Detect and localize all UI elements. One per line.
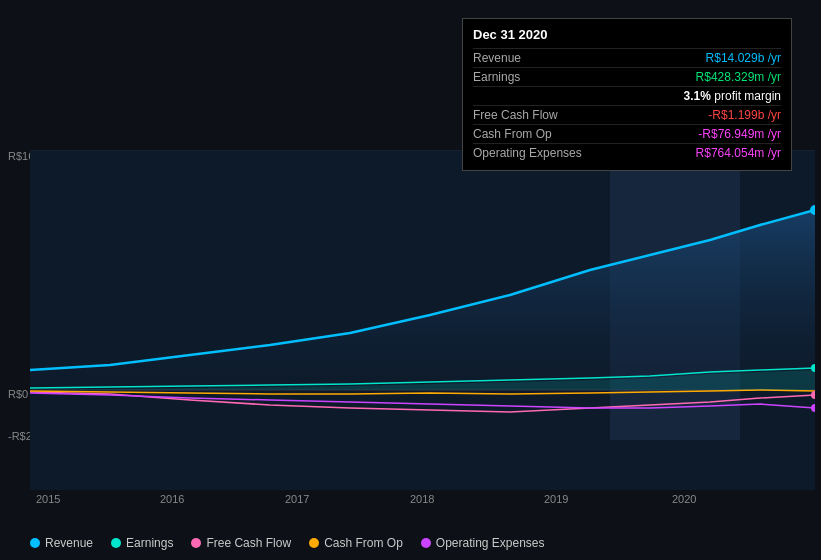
y-axis-mid: R$0 <box>8 388 28 400</box>
legend-item-opex[interactable]: Operating Expenses <box>421 536 545 550</box>
legend-label-cashfromop: Cash From Op <box>324 536 403 550</box>
legend-label-revenue: Revenue <box>45 536 93 550</box>
legend-dot-opex <box>421 538 431 548</box>
tooltip-row-opex: Operating Expenses R$764.054m /yr <box>473 143 781 162</box>
x-label-2015: 2015 <box>36 493 60 505</box>
tooltip-value-revenue: R$14.029b /yr <box>706 51 781 65</box>
x-label-2019: 2019 <box>544 493 568 505</box>
legend-label-fcf: Free Cash Flow <box>206 536 291 550</box>
tooltip-card: Dec 31 2020 Revenue R$14.029b /yr Earnin… <box>462 18 792 171</box>
legend-label-earnings: Earnings <box>126 536 173 550</box>
legend-item-revenue[interactable]: Revenue <box>30 536 93 550</box>
legend-item-earnings[interactable]: Earnings <box>111 536 173 550</box>
tooltip-label-earnings: Earnings <box>473 70 593 84</box>
tooltip-label-cashfromop: Cash From Op <box>473 127 593 141</box>
tooltip-value-fcf: -R$1.199b /yr <box>708 108 781 122</box>
legend-dot-fcf <box>191 538 201 548</box>
tooltip-label-fcf: Free Cash Flow <box>473 108 593 122</box>
legend-item-cashfromop[interactable]: Cash From Op <box>309 536 403 550</box>
legend-item-fcf[interactable]: Free Cash Flow <box>191 536 291 550</box>
tooltip-value-cashfromop: -R$76.949m /yr <box>698 127 781 141</box>
tooltip-title: Dec 31 2020 <box>473 27 781 42</box>
chart-container: Dec 31 2020 Revenue R$14.029b /yr Earnin… <box>0 0 821 560</box>
legend-dot-revenue <box>30 538 40 548</box>
tooltip-value-margin: 3.1% profit margin <box>684 89 781 103</box>
legend-dot-earnings <box>111 538 121 548</box>
chart-legend: Revenue Earnings Free Cash Flow Cash Fro… <box>30 536 545 550</box>
tooltip-label-revenue: Revenue <box>473 51 593 65</box>
x-label-2018: 2018 <box>410 493 434 505</box>
x-label-2020: 2020 <box>672 493 696 505</box>
tooltip-row-fcf: Free Cash Flow -R$1.199b /yr <box>473 105 781 124</box>
tooltip-row-margin: 3.1% profit margin <box>473 86 781 105</box>
tooltip-label-opex: Operating Expenses <box>473 146 593 160</box>
tooltip-row-cashfromop: Cash From Op -R$76.949m /yr <box>473 124 781 143</box>
x-label-2017: 2017 <box>285 493 309 505</box>
tooltip-row-earnings: Earnings R$428.329m /yr <box>473 67 781 86</box>
legend-dot-cashfromop <box>309 538 319 548</box>
x-label-2016: 2016 <box>160 493 184 505</box>
legend-label-opex: Operating Expenses <box>436 536 545 550</box>
tooltip-row-revenue: Revenue R$14.029b /yr <box>473 48 781 67</box>
chart-svg <box>30 150 815 490</box>
tooltip-label-margin <box>473 89 593 103</box>
tooltip-value-earnings: R$428.329m /yr <box>696 70 781 84</box>
tooltip-value-opex: R$764.054m /yr <box>696 146 781 160</box>
